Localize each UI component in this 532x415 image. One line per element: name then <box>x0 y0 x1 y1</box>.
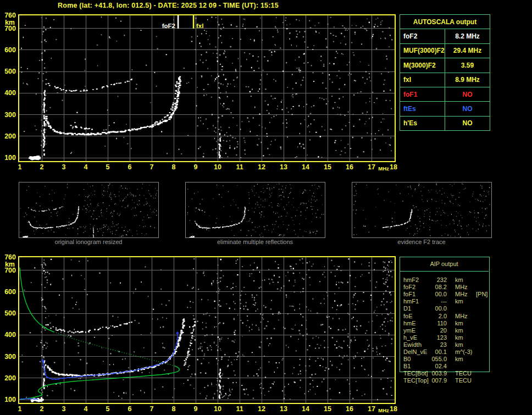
aip-param-value: 232 <box>422 276 447 284</box>
aip-param-unit: km <box>455 298 463 305</box>
aip-row: hmF2232km <box>400 276 504 284</box>
aip-param-label: B0 <box>403 356 411 363</box>
autoscala-param-value: NO <box>445 87 490 101</box>
svg-text:400: 400 <box>4 331 16 339</box>
svg-text:5: 5 <box>106 405 110 413</box>
top-ionogram-frame <box>19 15 395 162</box>
series-e-region-echo <box>29 156 41 161</box>
noise-speckle <box>353 184 490 237</box>
aip-param-label: hmF2 <box>403 276 419 284</box>
autoscala-row: foF1NO <box>400 87 490 101</box>
svg-text:16: 16 <box>346 405 353 413</box>
svg-text:9: 9 <box>194 405 198 413</box>
svg-text:3: 3 <box>62 405 66 413</box>
bottom-ionogram-y-axis-labels: 760700600500400300200100km <box>4 253 16 403</box>
svg-text:12: 12 <box>258 163 265 171</box>
autoscala-param-label: ftEs <box>400 102 445 116</box>
autoscala-param-value: NO <box>445 116 490 130</box>
bottom-ionogram-x-axis-labels: 123456789101112131415161718MHz <box>18 405 397 413</box>
autoscala-output-table: AUTOSCALA outputfoF28.2 MHzMUF(3000)F229… <box>400 14 490 131</box>
thumbnail-caption-2: eliminate multiple reflections <box>186 239 324 245</box>
thumbnail-border <box>19 182 158 237</box>
svg-text:300: 300 <box>4 353 16 361</box>
svg-text:11: 11 <box>236 163 243 171</box>
aip-param-value: 02.4 <box>422 363 447 370</box>
autoscala-row: MUF(3000)F229.4 MHz <box>400 43 490 58</box>
top-ionogram-y-axis-labels: 760700600500400300200100km <box>4 12 16 162</box>
marker-label-foF2: foF2 <box>162 23 175 29</box>
svg-text:4: 4 <box>84 405 88 413</box>
svg-text:1: 1 <box>18 163 22 171</box>
aip-param-unit: km <box>455 320 463 327</box>
noise-speckle <box>21 16 393 158</box>
autoscala-param-value: NO <box>445 102 490 116</box>
thumbnail-2 <box>185 182 325 238</box>
autoscala-param-label: h'Es <box>400 116 445 130</box>
series-restored-trace-markers <box>41 331 179 362</box>
aip-param-label: foF1 <box>403 291 415 298</box>
svg-text:7: 7 <box>150 163 154 171</box>
svg-text:3: 3 <box>62 163 66 171</box>
aip-row: Ewidth23km <box>400 341 504 348</box>
svg-text:15: 15 <box>324 163 331 171</box>
autoscala-param-label: foF1 <box>400 87 445 101</box>
autoscala-param-value: 8.9 MHz <box>445 73 490 87</box>
thumbnail-1 <box>19 182 158 238</box>
aip-param-unit: MHz <box>455 313 468 320</box>
bottom-ionogram-x-axis-unit: MHz <box>378 407 389 413</box>
svg-text:9: 9 <box>194 163 198 171</box>
autoscala-table-title: AUTOSCALA output <box>400 15 490 29</box>
aip-param-note: [PN] <box>476 291 487 298</box>
aip-param-value: 123 <box>422 334 447 341</box>
aip-param-value: 00.1 <box>422 348 447 356</box>
aip-row: B0055.0km <box>400 356 504 363</box>
autoscala-param-value: 29.4 MHz <box>445 43 490 58</box>
svg-text:8: 8 <box>172 405 176 413</box>
top-ionogram-x-axis-unit: MHz <box>378 165 389 171</box>
aip-param-label: B1 <box>403 363 411 370</box>
svg-text:6: 6 <box>128 163 132 171</box>
aip-param-unit: MHz <box>455 291 468 298</box>
svg-text:600: 600 <box>4 288 16 296</box>
svg-text:14: 14 <box>302 163 309 171</box>
aip-param-value: 00.0 <box>422 305 447 312</box>
series-electron-density-profile-topside <box>20 268 54 332</box>
autoscala-row: h'EsNO <box>400 116 490 130</box>
aip-param-label: foE <box>403 313 413 320</box>
svg-text:8: 8 <box>172 163 176 171</box>
svg-text:17: 17 <box>368 163 375 171</box>
svg-text:400: 400 <box>4 89 16 97</box>
aip-param-label: foF2 <box>403 284 415 291</box>
autoscala-param-label: M(3000)F2 <box>400 58 445 73</box>
svg-text:6: 6 <box>128 405 132 413</box>
aip-param-value: 110 <box>422 320 447 327</box>
series-f2-trace <box>195 207 246 229</box>
thumbnail-border <box>185 182 325 237</box>
series-f2-trace-x-mode-rise <box>184 319 196 366</box>
aip-param-label: h_vE <box>403 334 417 341</box>
aip-param-unit: m^(-3) <box>455 348 472 356</box>
svg-text:18: 18 <box>390 163 397 171</box>
series-trace-bits <box>363 226 365 227</box>
thumbnail-caption-1: original ionogram resized <box>19 239 158 245</box>
svg-text:10: 10 <box>214 405 221 413</box>
svg-text:760: 760 <box>4 12 16 19</box>
noise-speckle <box>22 258 393 401</box>
aip-row: hmF1---km <box>400 298 504 305</box>
thumbnail-border <box>352 182 491 237</box>
svg-text:15: 15 <box>324 405 331 413</box>
series-f2-trace-x-mode-branch <box>154 81 178 124</box>
svg-text:200: 200 <box>4 374 16 382</box>
svg-text:11: 11 <box>236 405 243 413</box>
autoscala-param-label: MUF(3000)F2 <box>400 43 445 58</box>
svg-text:100: 100 <box>4 154 16 162</box>
series-second-reflection-trace <box>46 322 132 333</box>
svg-text:300: 300 <box>4 111 16 119</box>
aip-param-value: 20 <box>422 327 447 334</box>
series-leading-edge-spread <box>43 90 46 156</box>
svg-text:600: 600 <box>4 46 16 54</box>
autoscala-param-value: 3.59 <box>445 58 490 73</box>
aip-param-unit: km <box>455 341 463 348</box>
top-ionogram-y-axis-unit: km <box>5 19 15 26</box>
autoscala-row: fxI8.9 MHz <box>400 73 490 87</box>
